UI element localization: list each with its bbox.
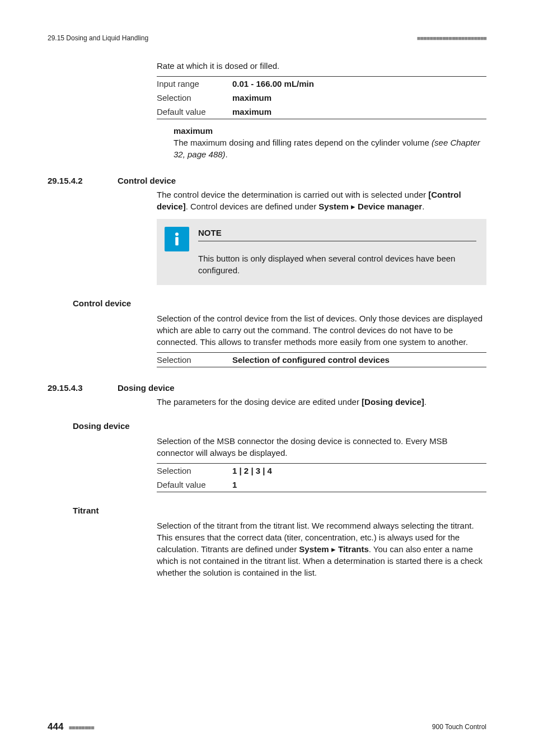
cd-para-c: . bbox=[422, 202, 424, 211]
cd-para-a: The control device the determination is … bbox=[157, 190, 428, 199]
dd-field-para: Selection of the MSB connector the dosin… bbox=[157, 435, 486, 459]
footer-product: 900 Touch Control bbox=[432, 722, 486, 732]
dd-para-a: The parameters for the dosing device are… bbox=[157, 397, 362, 407]
section-dd-title: Dosing device bbox=[118, 382, 175, 394]
titrant-path2: Titrants bbox=[338, 544, 369, 554]
dd-selection-table: Selection 1 | 2 | 3 | 4 Default value 1 bbox=[157, 463, 486, 492]
dd-r1-label: Selection bbox=[157, 463, 232, 478]
note-body: This button is only displayed when sever… bbox=[198, 253, 476, 276]
section-dosing-device: 29.15.4.3 Dosing device bbox=[48, 382, 486, 394]
cd-para-b: . Control devices are defined under bbox=[186, 202, 319, 211]
cd-path2: Device manager bbox=[358, 202, 422, 211]
section-control-device: 29.15.4.2 Control device bbox=[48, 175, 486, 186]
svg-rect-1 bbox=[175, 237, 179, 245]
dd-intro: The parameters for the dosing device are… bbox=[157, 396, 486, 408]
maximum-text: The maximum dosing and filling rates dep… bbox=[174, 138, 432, 147]
cd-para: The control device the determination is … bbox=[157, 189, 486, 212]
cd-row-label: Selection bbox=[157, 352, 232, 367]
rate-r2-value: maximum bbox=[232, 91, 486, 105]
titrant-para: Selection of the titrant from the titran… bbox=[157, 520, 486, 578]
dd-btn: [Dosing device] bbox=[362, 397, 424, 407]
section-cd-title: Control device bbox=[118, 175, 176, 186]
header-left: 29.15 Dosing and Liquid Handling bbox=[48, 34, 148, 43]
dd-r1-value: 1 | 2 | 3 | 4 bbox=[232, 463, 486, 478]
section-cd-num: 29.15.4.2 bbox=[48, 175, 118, 186]
cd-path1: System bbox=[318, 202, 348, 211]
rate-r1-label: Input range bbox=[157, 76, 232, 91]
cd-field-para: Selection of the control device from the… bbox=[157, 312, 486, 348]
cd-field-label: Control device bbox=[73, 297, 486, 309]
section-dd-num: 29.15.4.3 bbox=[48, 382, 118, 394]
dd-field-label: Dosing device bbox=[73, 420, 486, 432]
header-dashes: ■■■■■■■■■■■■■■■■■■■■■■ bbox=[417, 34, 486, 43]
dd-para-b: . bbox=[424, 397, 427, 407]
rate-param-table: Input range 0.01 - 166.00 mL/min Selecti… bbox=[157, 76, 486, 119]
note-box: NOTE This button is only displayed when … bbox=[157, 219, 486, 285]
svg-point-0 bbox=[175, 232, 179, 236]
maximum-body: The maximum dosing and filling rates dep… bbox=[174, 137, 486, 160]
rate-r3-value: maximum bbox=[232, 105, 486, 119]
titrant-label: Titrant bbox=[73, 505, 486, 516]
titrant-path1: System bbox=[299, 544, 329, 554]
info-icon bbox=[165, 227, 189, 251]
page-header: 29.15 Dosing and Liquid Handling ■■■■■■■… bbox=[48, 34, 486, 43]
page-number: 444 bbox=[48, 721, 63, 732]
maximum-period: . bbox=[226, 150, 228, 159]
rate-intro: Rate at which it is dosed or filled. bbox=[157, 60, 486, 72]
cd-selection-table: Selection Selection of configured contro… bbox=[157, 352, 486, 367]
rate-r2-label: Selection bbox=[157, 91, 232, 105]
rate-r3-label: Default value bbox=[157, 105, 232, 119]
page-footer: 444 ■■■■■■■■ 900 Touch Control bbox=[48, 720, 486, 734]
note-title: NOTE bbox=[198, 227, 476, 241]
dd-r2-label: Default value bbox=[157, 478, 232, 492]
maximum-heading: maximum bbox=[174, 125, 486, 137]
footer-dashes: ■■■■■■■■ bbox=[69, 724, 94, 731]
cd-row-value: Selection of configured control devices bbox=[232, 352, 486, 367]
dd-r2-value: 1 bbox=[232, 478, 486, 492]
rate-r1-value: 0.01 - 166.00 mL/min bbox=[232, 76, 486, 91]
